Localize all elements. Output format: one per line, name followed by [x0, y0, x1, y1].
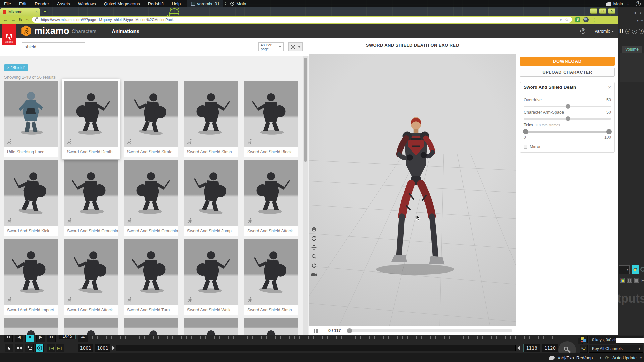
animation-card-selected[interactable]: Sword And Shield Death: [62, 79, 120, 159]
animation-card[interactable]: Sword And Shield Block: [244, 81, 298, 157]
window-maximize-button[interactable]: □: [599, 8, 606, 14]
url-text[interactable]: https://www.mixamo.com/#/?page=1&query=s…: [41, 18, 557, 22]
user-menu[interactable]: varomix: [595, 28, 614, 34]
desktop-tab-main[interactable]: Main: [228, 1, 249, 6]
timeline-handle[interactable]: [347, 328, 352, 333]
animation-card[interactable]: [64, 318, 118, 335]
nav-characters[interactable]: Characters: [72, 28, 96, 34]
animation-card[interactable]: Sword And Shield Strafe: [124, 81, 178, 157]
prev-keyframe-icon[interactable]: ❘◀: [47, 344, 55, 352]
timeline-ruler[interactable]: [92, 336, 553, 339]
pan-move-icon[interactable]: [311, 244, 317, 250]
undo-arrow-icon[interactable]: [25, 344, 34, 352]
animation-card[interactable]: Sword And Shield Crouching: [64, 160, 118, 236]
animation-card[interactable]: Sword And Shield Walk: [184, 239, 238, 315]
next-keyframe-icon[interactable]: ▶❘: [56, 344, 64, 352]
animation-card[interactable]: [124, 318, 178, 335]
target-icon[interactable]: [640, 265, 644, 274]
jump-end-icon[interactable]: ⏵⏵: [47, 335, 56, 342]
play-reverse-icon[interactable]: ◀: [15, 335, 23, 342]
menu-render[interactable]: Render: [31, 1, 53, 6]
message-icon[interactable]: [549, 356, 555, 360]
timeline-scroll-track[interactable]: [116, 345, 516, 351]
reload-icon[interactable]: ↻: [19, 17, 22, 22]
window-minimize-button[interactable]: –: [590, 8, 597, 14]
key-all-channels-select[interactable]: Key All Channels▲▼: [589, 345, 643, 353]
mixamo-help-icon[interactable]: ?: [580, 28, 585, 34]
houdini-help-icon[interactable]: ?: [636, 1, 641, 6]
frame-field[interactable]: 1001: [95, 344, 110, 352]
menu-help[interactable]: Help: [168, 1, 185, 6]
animation-card[interactable]: [184, 318, 238, 335]
overdrive-handle[interactable]: [566, 104, 570, 109]
zoom-page-icon[interactable]: ⌕: [560, 17, 562, 22]
adobe-logo[interactable]: Adobe: [2, 24, 16, 45]
back-icon[interactable]: ←: [3, 17, 8, 22]
animation-card[interactable]: Sword And Shield Jump: [184, 160, 238, 236]
zoom-icon[interactable]: [311, 253, 317, 259]
node-state-icon[interactable]: [632, 265, 639, 274]
animation-card[interactable]: [244, 318, 298, 335]
trim-range-slider[interactable]: [524, 131, 611, 133]
chip-close-icon[interactable]: ×: [7, 65, 9, 70]
spinner-icon[interactable]: ▲▼: [640, 356, 642, 359]
settings-gear-button[interactable]: [288, 42, 303, 51]
camera-icon[interactable]: [311, 272, 317, 278]
menu-redshift[interactable]: Redshift: [144, 1, 168, 6]
animation-card[interactable]: Sword And Shield Kick: [4, 160, 58, 236]
layout-icon[interactable]: [634, 278, 639, 283]
pause-button[interactable]: [309, 326, 323, 335]
animation-card[interactable]: Sword And Shield Attack: [64, 239, 118, 315]
arm-space-handle[interactable]: [566, 116, 570, 121]
animation-card[interactable]: Rifle Shielding Face: [4, 81, 58, 157]
node-path-select[interactable]: /obj/Exo_Red/pop...: [558, 355, 596, 360]
forward-icon[interactable]: →: [11, 17, 15, 22]
scrollbar-thumb[interactable]: [304, 58, 307, 162]
bookmark-star-icon[interactable]: ☆: [565, 17, 569, 22]
profile-avatar[interactable]: [583, 17, 589, 22]
overdrive-slider[interactable]: [524, 106, 611, 107]
animation-card[interactable]: Sword And Shield Crouching: [124, 160, 178, 236]
browser-tab-mixamo[interactable]: Mixamo ×: [0, 8, 40, 16]
animation-card[interactable]: Sword And Shield Turn: [124, 239, 178, 315]
menu-edit[interactable]: Edit: [15, 1, 31, 6]
upload-character-button[interactable]: UPLOAD CHARACTER: [520, 68, 615, 77]
palette-icon[interactable]: [620, 278, 625, 283]
arm-space-slider[interactable]: [524, 118, 611, 120]
viewport-3d[interactable]: [309, 54, 516, 326]
tab-volume[interactable]: Volume: [622, 46, 642, 53]
refresh-icon[interactable]: ⟳: [605, 355, 609, 360]
trim-end-handle[interactable]: [606, 129, 612, 134]
results-scrollbar[interactable]: [303, 56, 308, 335]
timeline-slider[interactable]: [347, 329, 512, 332]
animation-card[interactable]: [4, 318, 58, 335]
pin-icon[interactable]: ▾ ⊣: [637, 19, 643, 22]
download-button[interactable]: DOWNLOAD: [520, 57, 615, 66]
mirror-checkbox[interactable]: [524, 145, 527, 149]
menu-assets[interactable]: Assets: [53, 1, 74, 6]
new-tab-button[interactable]: +: [42, 9, 48, 14]
per-page-select[interactable]: 48 Per page: [258, 42, 284, 51]
range-start-field[interactable]: 1118: [523, 344, 540, 352]
extension-icon[interactable]: S: [575, 17, 580, 22]
animation-card[interactable]: Sword And Shield Slash: [244, 239, 298, 315]
panel-close-icon[interactable]: ×: [608, 84, 611, 90]
audio-icon[interactable]: [15, 344, 23, 352]
info-icon[interactable]: i: [632, 29, 637, 34]
nav-animations[interactable]: Animations: [112, 28, 139, 34]
spinner-icon[interactable]: ▲▼: [600, 356, 602, 359]
spinner-icon[interactable]: ▲▼: [627, 2, 629, 5]
playbar-left-arrow[interactable]: [112, 346, 115, 350]
pane-tab-main[interactable]: Main: [603, 1, 626, 6]
animation-card[interactable]: Sword And Shield Slash: [184, 81, 238, 157]
desktop-tab-varomix01[interactable]: varomix_01: [187, 0, 223, 7]
playbar-display-icon[interactable]: [5, 344, 13, 352]
animation-card[interactable]: Sword And Shield Impact: [4, 239, 58, 315]
playbar-right-arrow[interactable]: [517, 346, 520, 350]
menu-file[interactable]: File: [0, 1, 15, 6]
home-icon[interactable]: ⌂: [26, 17, 29, 22]
grid-view-icon[interactable]: [627, 278, 632, 283]
rotate-icon[interactable]: [311, 235, 317, 241]
range-end-field[interactable]: 1120: [542, 344, 558, 352]
window-close-button[interactable]: ×: [608, 8, 615, 14]
